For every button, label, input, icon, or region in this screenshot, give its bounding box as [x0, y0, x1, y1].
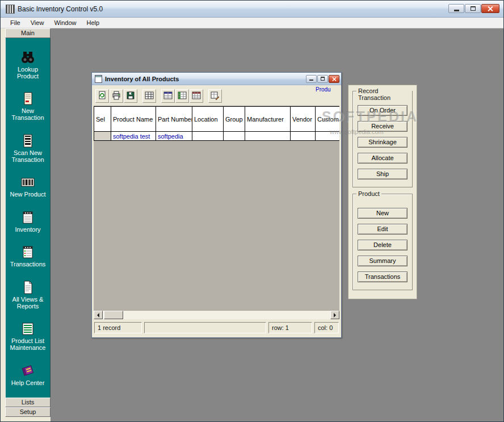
- scrollbar-thumb[interactable]: [104, 311, 123, 319]
- cell-vendor[interactable]: [291, 132, 316, 141]
- grid-view-3-icon: [192, 91, 201, 101]
- cell-manufacturer[interactable]: [245, 132, 291, 141]
- status-row-indicator: row: 1: [268, 322, 312, 333]
- column-setup-icon: [211, 91, 220, 101]
- sidebar-tab-main[interactable]: Main: [5, 28, 51, 38]
- child-minimize-button[interactable]: [306, 75, 317, 83]
- cell-location[interactable]: [192, 132, 224, 141]
- column-header-manufacturer[interactable]: Manufacturer: [245, 107, 291, 132]
- cell-part-number[interactable]: softpedia: [156, 132, 192, 141]
- sidebar-item-lookup-product[interactable]: Lookup Product: [6, 49, 50, 80]
- new-transaction-icon: [20, 91, 35, 106]
- minimize-button[interactable]: [448, 4, 464, 13]
- products-grid: Sel Product Name Part Number Location Gr…: [94, 106, 339, 141]
- table-row: softpedia test softpedia: [94, 132, 339, 141]
- help-book-icon: [20, 363, 35, 378]
- group-product: Product New Edit Delete Summary Transact…: [352, 194, 413, 290]
- column-header-location[interactable]: Location: [192, 107, 224, 132]
- delete-product-button[interactable]: Delete: [358, 240, 408, 250]
- sidebar-item-label: Scan New Transaction: [7, 149, 49, 163]
- grid-view-2-icon: [178, 91, 187, 101]
- grid-header-row: Sel Product Name Part Number Location Gr…: [94, 107, 339, 132]
- scroll-right-button[interactable]: [330, 311, 339, 319]
- column-header-custom[interactable]: Custom: [316, 107, 339, 132]
- grid-view-1-button[interactable]: [161, 89, 175, 103]
- on-order-button[interactable]: On Order: [358, 105, 408, 116]
- grid-view-1-icon: [163, 91, 173, 101]
- allocate-button[interactable]: Allocate: [358, 153, 408, 164]
- menu-help[interactable]: Help: [82, 18, 105, 28]
- horizontal-scrollbar: [94, 310, 339, 319]
- sidebar-item-new-transaction[interactable]: New Transaction: [6, 91, 50, 122]
- transactions-button[interactable]: Transactions: [358, 271, 408, 282]
- group-title: Product: [356, 190, 381, 197]
- column-header-vendor[interactable]: Vendor: [291, 107, 316, 132]
- child-window-body: Produ Sel Product Name Part Number Locat…: [94, 85, 339, 336]
- sidebar-item-scan-new-transaction[interactable]: Scan New Transaction: [6, 133, 50, 164]
- app-icon: [6, 5, 15, 14]
- sidebar-item-label: Transactions: [10, 261, 46, 268]
- maximize-icon: [321, 77, 325, 81]
- maximize-button[interactable]: [465, 4, 481, 13]
- column-setup-button[interactable]: [208, 89, 222, 103]
- close-icon: [488, 6, 493, 11]
- column-header-group[interactable]: Group: [224, 107, 245, 132]
- sidebar-item-all-views-reports[interactable]: All Views & Reports: [6, 279, 50, 310]
- edit-product-button[interactable]: Edit: [358, 224, 408, 235]
- menu-file[interactable]: File: [5, 18, 26, 28]
- menu-window[interactable]: Window: [49, 18, 81, 28]
- shrinkage-button[interactable]: Shrinkage: [358, 137, 408, 148]
- grid-view-2-button[interactable]: [175, 89, 189, 103]
- document-icon: [95, 75, 102, 83]
- cell-product-name[interactable]: softpedia test: [111, 132, 156, 141]
- sidebar-item-inventory[interactable]: Inventory: [6, 210, 50, 233]
- arrow-left-icon: [95, 313, 99, 317]
- column-header-part-number[interactable]: Part Number: [156, 107, 192, 132]
- sidebar-item-transactions[interactable]: Transactions: [6, 244, 50, 268]
- menu-bar: File View Window Help: [1, 18, 503, 28]
- save-button[interactable]: [124, 89, 137, 103]
- grid-view-3-button[interactable]: [190, 89, 203, 103]
- sidebar-tab-lists[interactable]: Lists: [5, 398, 51, 407]
- column-header-sel[interactable]: Sel: [94, 107, 111, 132]
- sidebar-item-product-list-maintenance[interactable]: Product List Maintenance: [6, 321, 50, 352]
- child-title-bar[interactable]: Inventory of All Products: [92, 73, 341, 85]
- cell-group[interactable]: [224, 132, 245, 141]
- scroll-left-button[interactable]: [94, 311, 103, 319]
- receive-button[interactable]: Receive: [358, 121, 408, 132]
- table-icon: [145, 91, 154, 101]
- sidebar-item-label: Product List Maintenance: [7, 337, 49, 351]
- status-bar: 1 record row: 1 col: 0: [94, 319, 339, 336]
- column-header-product-name[interactable]: Product Name: [111, 107, 156, 132]
- table-view-button[interactable]: [142, 89, 156, 103]
- close-button[interactable]: [481, 4, 499, 13]
- child-window-inventory: Inventory of All Products: [91, 72, 342, 338]
- ship-button[interactable]: Ship: [358, 169, 408, 179]
- title-bar[interactable]: Basic Inventory Control v5.0: [1, 1, 503, 18]
- sidebar-item-label: All Views & Reports: [7, 296, 49, 310]
- minimize-icon: [309, 80, 313, 81]
- cell-custom[interactable]: [316, 132, 339, 141]
- row-selector-cell[interactable]: [94, 132, 111, 141]
- refresh-button[interactable]: [95, 89, 109, 103]
- sidebar: Main Lookup Product New Transaction Scan…: [1, 28, 51, 421]
- sidebar-item-new-product[interactable]: New Product: [6, 174, 50, 198]
- status-col-indicator: col: 0: [314, 322, 339, 333]
- child-close-button[interactable]: [329, 75, 339, 83]
- child-maximize-button[interactable]: [317, 75, 328, 83]
- scrollbar-track[interactable]: [123, 311, 330, 319]
- grid-area: Sel Product Name Part Number Location Gr…: [94, 106, 339, 310]
- menu-view[interactable]: View: [26, 18, 49, 28]
- app-window: Basic Inventory Control v5.0 File View W…: [0, 0, 504, 422]
- child-window-title: Inventory of All Products: [105, 76, 306, 82]
- print-button[interactable]: [110, 89, 123, 103]
- product-link[interactable]: Produ: [316, 86, 338, 93]
- sidebar-item-help-center[interactable]: Help Center: [6, 363, 50, 387]
- sidebar-tab-setup[interactable]: Setup: [5, 407, 51, 417]
- child-toolbar: Produ: [94, 85, 339, 106]
- window-title: Basic Inventory Control v5.0: [18, 5, 103, 13]
- summary-button[interactable]: Summary: [358, 256, 408, 266]
- new-product-button[interactable]: New: [358, 208, 408, 219]
- reports-document-icon: [20, 280, 35, 295]
- workspace: Inventory of All Products: [51, 28, 503, 421]
